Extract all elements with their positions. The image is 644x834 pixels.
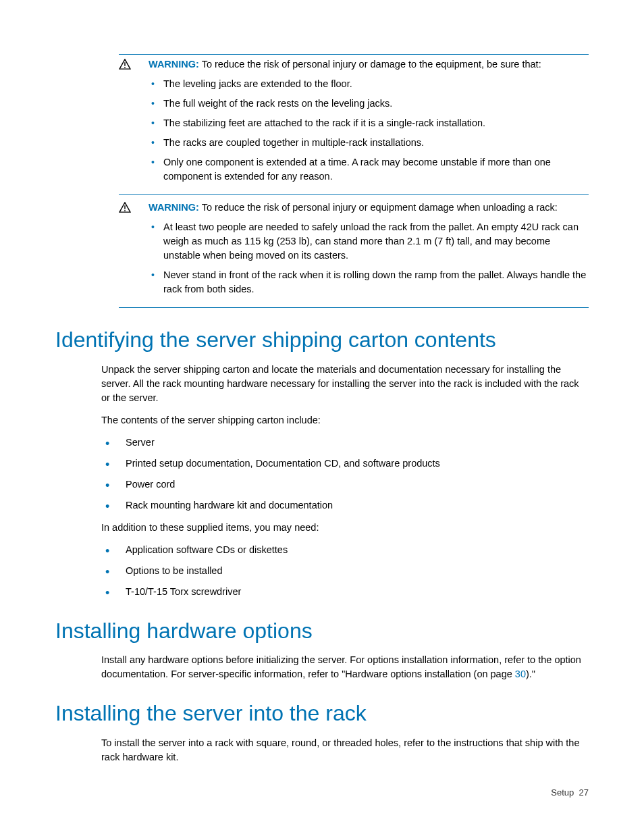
warning-label: WARNING: — [149, 202, 199, 213]
list-item: Server — [101, 436, 589, 450]
page-link-30[interactable]: 30 — [515, 669, 526, 679]
paragraph: In addition to these supplied items, you… — [101, 521, 589, 535]
list-item: Power cord — [101, 477, 589, 492]
list-item: Application software CDs or diskettes — [101, 543, 589, 557]
list-item: Rack mounting hardware kit and documenta… — [101, 498, 589, 513]
contents-list: Server Printed setup documentation, Docu… — [101, 436, 589, 513]
warning-body-2: WARNING: To reduce the risk of personal … — [149, 201, 589, 302]
list-item: T-10/T-15 Torx screwdriver — [101, 585, 589, 599]
warning-intro: To reduce the risk of personal injury or… — [202, 202, 558, 213]
warning-list-1: The leveling jacks are extended to the f… — [149, 77, 589, 184]
warning-list-2: At least two people are needed to safely… — [149, 220, 589, 296]
list-item: The stabilizing feet are attached to the… — [149, 116, 589, 130]
list-item: The racks are coupled together in multip… — [149, 136, 589, 150]
additional-list: Application software CDs or diskettes Op… — [101, 543, 589, 599]
footer-section: Setup — [551, 787, 574, 798]
warning-label: WARNING: — [149, 59, 199, 70]
list-item: Only one component is extended at a time… — [149, 155, 589, 184]
para-pre: Install any hardware options before init… — [101, 654, 581, 679]
warning-block-1: WARNING: To reduce the risk of personal … — [119, 54, 589, 195]
page-footer: Setup 27 — [551, 787, 589, 798]
svg-point-1 — [124, 67, 126, 68]
svg-point-3 — [124, 210, 126, 211]
list-item: The leveling jacks are extended to the f… — [149, 77, 589, 91]
footer-page-number: 27 — [579, 787, 589, 798]
list-item: Never stand in front of the rack when it… — [149, 268, 589, 296]
heading-identifying-contents: Identifying the server shipping carton c… — [55, 327, 589, 353]
heading-installing-server-rack: Installing the server into the rack — [55, 700, 589, 726]
paragraph: To install the server into a rack with s… — [101, 736, 589, 764]
paragraph: Install any hardware options before init… — [101, 653, 589, 681]
warning-triangle-icon — [119, 59, 139, 72]
paragraph: The contents of the server shipping cart… — [101, 413, 589, 427]
page-content: WARNING: To reduce the risk of personal … — [0, 0, 644, 764]
list-item: Printed setup documentation, Documentati… — [101, 457, 589, 471]
heading-installing-hardware: Installing hardware options — [55, 618, 589, 644]
warning-intro: To reduce the risk of personal injury or… — [202, 59, 541, 70]
list-item: At least two people are needed to safely… — [149, 220, 589, 263]
list-item: Options to be installed — [101, 564, 589, 578]
warning-block-2: WARNING: To reduce the risk of personal … — [119, 198, 589, 308]
list-item: The full weight of the rack rests on the… — [149, 97, 589, 111]
warning-triangle-icon — [119, 202, 139, 215]
para-post: )." — [526, 669, 535, 679]
paragraph: Unpack the server shipping carton and lo… — [101, 363, 589, 405]
warning-body-1: WARNING: To reduce the risk of personal … — [149, 57, 589, 189]
